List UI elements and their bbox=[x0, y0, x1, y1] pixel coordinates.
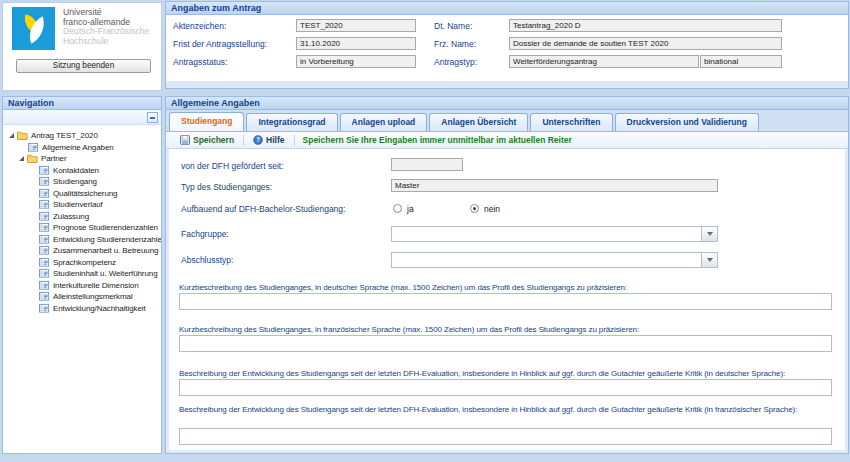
tree-item-zusammenarbeit-betreuung[interactable]: Zusammenarbeit u. Betreuung bbox=[3, 245, 161, 257]
entwicklung-de-label: Beschreibung der Entwicklung des Studien… bbox=[179, 369, 785, 378]
tree-item-sprachkompetenz[interactable]: Sprachkompetenz bbox=[3, 257, 161, 269]
form-icon bbox=[39, 188, 50, 199]
aktenzeichen-field[interactable] bbox=[296, 19, 416, 32]
dropdown-trigger[interactable] bbox=[701, 227, 717, 241]
tree-item-antrag[interactable]: Antrag TEST_2020 bbox=[3, 130, 161, 142]
panel-bottom-frame bbox=[166, 81, 848, 88]
form-icon bbox=[39, 303, 50, 314]
kurzbeschreibung-fr-textarea[interactable] bbox=[179, 335, 832, 352]
fachgruppe-select[interactable] bbox=[391, 226, 718, 242]
entwicklung-fr-textarea[interactable] bbox=[179, 428, 832, 445]
tree-item-entwicklung-studierendenzahlen[interactable]: Entwicklung Studierendenzahlen bbox=[3, 234, 161, 246]
gefoerdert-field[interactable] bbox=[391, 158, 463, 171]
tree-item-zulassung[interactable]: Zulassung bbox=[3, 211, 161, 223]
tree-item-studienverlauf[interactable]: Studienverlauf bbox=[3, 199, 161, 211]
radio-ja[interactable] bbox=[393, 204, 402, 213]
form-icon bbox=[39, 257, 50, 268]
chevron-down-icon bbox=[707, 258, 713, 262]
frz-name-field[interactable] bbox=[509, 37, 782, 50]
radio-ja-label[interactable]: ja bbox=[407, 204, 414, 214]
tab-anlagen-upload[interactable]: Anlagen upload bbox=[340, 113, 428, 131]
save-notice: Speichern Sie Ihre Eingaben immer unmitt… bbox=[303, 135, 572, 145]
expand-arrow-icon[interactable] bbox=[9, 133, 14, 138]
gefoerdert-label: von der DFH gefördert seit: bbox=[181, 161, 284, 171]
tree-item-label: Zusammenarbeit u. Betreuung bbox=[53, 246, 158, 255]
navigation-panel-title: Navigation bbox=[3, 97, 161, 110]
frist-field[interactable] bbox=[296, 37, 416, 50]
tree-item-allgemeine-angaben[interactable]: Allgemeine Angaben bbox=[3, 142, 161, 154]
tree-item-entwicklung-nachhaltigkeit[interactable]: Entwicklung/Nachhaltigkeit bbox=[3, 303, 161, 315]
dt-name-label: Dt. Name: bbox=[434, 21, 472, 31]
end-session-button[interactable]: Sitzung beenden bbox=[16, 59, 151, 73]
logo-line-4: Hochschule bbox=[63, 37, 149, 47]
tree-item-partner[interactable]: Partner bbox=[3, 153, 161, 165]
save-button-label: Speichern bbox=[193, 135, 234, 145]
radio-nein-label[interactable]: nein bbox=[484, 204, 500, 214]
tab-anlagen-uebersicht[interactable]: Anlagen Übersicht bbox=[429, 113, 528, 131]
tree-item-label: Antrag TEST_2020 bbox=[31, 131, 98, 140]
entwicklung-fr-label: Beschreibung der Entwicklung des Studien… bbox=[179, 405, 824, 415]
antragstyp-field[interactable] bbox=[509, 55, 699, 68]
aktenzeichen-label: Aktenzeichen: bbox=[173, 21, 226, 31]
tree-item-qualitaetssicherung[interactable]: Qualitätssicherung bbox=[3, 188, 161, 200]
navigation-panel: Navigation Antrag TEST_2020 Allgemeine A… bbox=[2, 96, 162, 454]
entwicklung-de-textarea[interactable] bbox=[179, 379, 832, 396]
dt-name-field[interactable] bbox=[509, 19, 782, 32]
typ-studiengang-label: Typ des Studienganges: bbox=[181, 182, 272, 192]
save-icon bbox=[180, 135, 190, 145]
tree-item-label: Prognose Studierendenzahlen bbox=[53, 223, 158, 232]
antragsstatus-field[interactable] bbox=[296, 55, 416, 68]
folder-icon bbox=[17, 130, 28, 141]
antragstyp-binational-field[interactable] bbox=[700, 55, 782, 68]
main-panel: Allgemeine Angaben Studiengang Integrati… bbox=[165, 96, 849, 454]
navigation-toolbar bbox=[3, 110, 161, 125]
tree-item-label: Qualitätssicherung bbox=[53, 189, 117, 198]
collapse-tree-button[interactable] bbox=[147, 112, 158, 123]
form-icon bbox=[39, 280, 50, 291]
typ-studiengang-field[interactable] bbox=[391, 179, 718, 192]
help-button-label: Hilfe bbox=[266, 135, 284, 145]
main-panel-title: Allgemeine Angaben bbox=[166, 97, 848, 110]
logo-text: Université franco-allemande Deutsch-Fran… bbox=[63, 8, 149, 46]
minus-icon bbox=[150, 117, 155, 119]
chevron-down-icon bbox=[707, 232, 713, 236]
tab-druckversion-validierung[interactable]: Druckversion und Validierung bbox=[615, 113, 759, 131]
form-icon bbox=[39, 245, 50, 256]
form-icon bbox=[39, 211, 50, 222]
form-icon bbox=[39, 234, 50, 245]
tab-integrationsgrad[interactable]: Integrationsgrad bbox=[246, 113, 337, 131]
antragsstatus-label: Antragsstatus: bbox=[173, 57, 227, 67]
form-icon bbox=[39, 165, 50, 176]
tree-item-alleinstellungsmerkmal[interactable]: Alleinstellungsmerkmal bbox=[3, 291, 161, 303]
tab-studiengang[interactable]: Studiengang bbox=[169, 112, 244, 131]
frist-label: Frist der Antragsstellung: bbox=[173, 39, 267, 49]
antragstyp-label: Antragstyp: bbox=[434, 57, 477, 67]
frz-name-label: Frz. Name: bbox=[434, 39, 476, 49]
tree-item-prognose-studierendenzahlen[interactable]: Prognose Studierendenzahlen bbox=[3, 222, 161, 234]
tree-item-label: Entwicklung Studierendenzahlen bbox=[53, 235, 161, 244]
radio-nein[interactable] bbox=[470, 204, 479, 213]
tab-unterschriften[interactable]: Unterschriften bbox=[530, 113, 612, 131]
aufbauend-label: Aufbauend auf DFH-Bachelor-Studiengang: bbox=[181, 204, 345, 214]
tree-item-label: Partner bbox=[41, 154, 67, 163]
kurzbeschreibung-de-textarea[interactable] bbox=[179, 293, 832, 310]
tree-item-studiengang[interactable]: Studiengang bbox=[3, 176, 161, 188]
form-icon bbox=[39, 222, 50, 233]
dropdown-trigger[interactable] bbox=[701, 253, 717, 267]
tree-item-label: Zulassung bbox=[53, 212, 89, 221]
navigation-tree: Antrag TEST_2020 Allgemeine Angaben Part… bbox=[3, 127, 161, 453]
tree-item-interkulturelle-dimension[interactable]: Interkulturelle Dimension bbox=[3, 280, 161, 292]
abschlusstyp-select[interactable] bbox=[391, 252, 718, 268]
form-icon bbox=[28, 142, 39, 153]
logo-panel: Université franco-allemande Deutsch-Fran… bbox=[2, 2, 162, 91]
expand-arrow-icon[interactable] bbox=[19, 156, 24, 161]
tree-item-kontaktdaten[interactable]: Kontaktdaten bbox=[3, 165, 161, 177]
antrag-panel-title: Angaben zum Antrag bbox=[166, 2, 848, 15]
tree-item-label: Kontaktdaten bbox=[53, 166, 99, 175]
save-button[interactable]: Speichern bbox=[174, 135, 240, 145]
tree-item-studieninhalt-weiterfuehrung[interactable]: Studieninhalt u. Weiterführung bbox=[3, 268, 161, 280]
fachgruppe-label: Fachgruppe: bbox=[181, 229, 229, 239]
form-icon bbox=[39, 176, 50, 187]
tree-item-label: Studienverlauf bbox=[53, 200, 103, 209]
help-button[interactable]: ? Hilfe bbox=[247, 135, 290, 145]
